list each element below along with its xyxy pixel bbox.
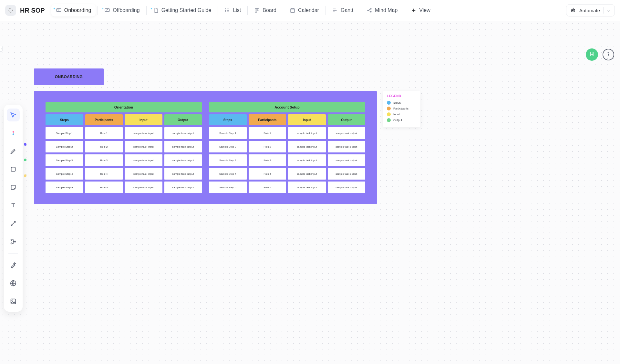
automate-button[interactable]: Automate xyxy=(566,4,615,16)
cell[interactable]: Sample Step 3 xyxy=(46,154,83,166)
svg-rect-28 xyxy=(11,167,16,172)
cell[interactable]: Role 4 xyxy=(85,168,123,180)
section-account-setup: Account Setup Steps Participants Input O… xyxy=(209,102,365,194)
tool-flowchart[interactable] xyxy=(7,235,20,248)
cell[interactable]: Sample Step 2 xyxy=(209,141,247,152)
col-header-participants[interactable]: Participants xyxy=(249,114,286,125)
cell[interactable]: sample task output xyxy=(164,182,202,193)
cell[interactable]: Role 1 xyxy=(249,127,286,139)
tool-pen[interactable] xyxy=(7,145,20,158)
col-header-participants[interactable]: Participants xyxy=(85,114,123,125)
section-title[interactable]: Account Setup xyxy=(209,102,365,112)
section-title[interactable]: Orientation xyxy=(46,102,202,112)
board-title-badge[interactable]: ONBOARDING xyxy=(34,68,104,85)
separator xyxy=(404,6,404,15)
list-icon xyxy=(224,7,230,13)
cell[interactable]: sample task input xyxy=(288,127,326,139)
add-view-label: View xyxy=(419,7,430,13)
svg-rect-35 xyxy=(11,299,16,304)
legend-item-output: Output xyxy=(387,117,417,123)
board-icon xyxy=(254,7,260,13)
cell[interactable]: Role 5 xyxy=(85,182,123,193)
tool-text[interactable] xyxy=(7,199,20,212)
tab-calendar[interactable]: Calendar xyxy=(285,4,324,16)
onboarding-board[interactable]: Orientation Steps Participants Input Out… xyxy=(34,91,377,204)
cell[interactable]: Role 5 xyxy=(249,182,286,193)
tab-offboarding[interactable]: Offboarding xyxy=(100,4,144,16)
cell[interactable]: sample task input xyxy=(125,141,162,152)
cell[interactable]: Sample Step 1 xyxy=(209,127,247,139)
tab-label: Board xyxy=(263,7,276,13)
cell[interactable]: Role 4 xyxy=(249,168,286,180)
cell[interactable]: Role 3 xyxy=(249,154,286,166)
tool-ai[interactable] xyxy=(7,127,20,140)
tab-label: List xyxy=(233,7,241,13)
tab-label: Mind Map xyxy=(375,7,398,13)
col-header-input[interactable]: Input xyxy=(125,114,162,125)
add-view-button[interactable]: View xyxy=(406,4,435,16)
tool-select[interactable] xyxy=(7,109,20,121)
col-header-output[interactable]: Output xyxy=(328,114,366,125)
legend-dot xyxy=(387,112,391,116)
tab-board[interactable]: Board xyxy=(250,4,281,16)
tool-connector[interactable] xyxy=(7,217,20,230)
cell[interactable]: sample task output xyxy=(328,154,366,166)
svg-point-3 xyxy=(225,9,226,9)
legend-item-participants: Participants xyxy=(387,106,417,111)
cell[interactable]: sample task input xyxy=(288,182,326,193)
cell[interactable]: sample task output xyxy=(328,182,366,193)
cell[interactable]: Role 2 xyxy=(249,141,286,152)
cell[interactable]: sample task input xyxy=(288,168,326,180)
col-header-input[interactable]: Input xyxy=(288,114,326,125)
tab-mind-map[interactable]: Mind Map xyxy=(362,4,402,16)
cell[interactable]: Sample Step 4 xyxy=(46,168,83,180)
whiteboard-canvas[interactable]: ‹ H i ONBOARDING Orientation Steps Parti… xyxy=(0,21,620,364)
legend-item-steps: Steps xyxy=(387,100,417,106)
tab-onboarding[interactable]: Onboarding xyxy=(51,4,96,16)
cell[interactable]: sample task output xyxy=(328,168,366,180)
info-button[interactable]: i xyxy=(603,49,614,60)
cell[interactable]: sample task input xyxy=(288,154,326,166)
cell[interactable]: sample task output xyxy=(164,127,202,139)
tab-label: Offboarding xyxy=(113,7,140,13)
cell[interactable]: Sample Step 5 xyxy=(209,182,247,193)
tab-list[interactable]: List xyxy=(220,4,245,16)
col-header-steps[interactable]: Steps xyxy=(209,114,247,125)
tool-web[interactable] xyxy=(7,277,20,290)
tool-sticky-note[interactable] xyxy=(7,181,20,194)
cell[interactable]: Sample Step 1 xyxy=(46,127,83,139)
separator xyxy=(8,253,18,254)
chevron-down-icon[interactable] xyxy=(607,8,611,12)
cell[interactable]: sample task output xyxy=(164,168,202,180)
tab-gantt[interactable]: Gantt xyxy=(328,4,358,16)
cell[interactable]: Sample Step 2 xyxy=(46,141,83,152)
cell[interactable]: sample task output xyxy=(164,141,202,152)
cell[interactable]: Role 3 xyxy=(85,154,123,166)
cell[interactable]: Role 2 xyxy=(85,141,123,152)
table-row: Sample Step 3 Role 3 sample task input s… xyxy=(46,154,202,166)
legend-panel[interactable]: LEGEND Steps Participants Input Output xyxy=(383,91,420,127)
cell[interactable]: Sample Step 4 xyxy=(209,168,247,180)
cell[interactable]: sample task output xyxy=(328,127,366,139)
cell[interactable]: sample task input xyxy=(125,182,162,193)
separator xyxy=(360,6,360,15)
top-bar: HR SOP Onboarding Offboarding Getting St… xyxy=(0,0,620,21)
cell[interactable]: sample task input xyxy=(288,141,326,152)
edge-collapse-handle[interactable]: ‹ xyxy=(0,46,3,52)
cell[interactable]: Sample Step 3 xyxy=(209,154,247,166)
cell[interactable]: sample task output xyxy=(164,154,202,166)
user-avatar[interactable]: H xyxy=(586,48,598,61)
cell[interactable]: Sample Step 5 xyxy=(46,182,83,193)
cell[interactable]: sample task input xyxy=(125,168,162,180)
col-header-output[interactable]: Output xyxy=(164,114,202,125)
tool-image[interactable] xyxy=(7,295,20,308)
col-header-steps[interactable]: Steps xyxy=(46,114,83,125)
tool-effects[interactable] xyxy=(7,259,20,272)
tool-shape[interactable] xyxy=(7,163,20,176)
cell[interactable]: sample task output xyxy=(328,141,366,152)
cell[interactable]: sample task input xyxy=(125,127,162,139)
cell[interactable]: sample task input xyxy=(125,154,162,166)
tab-getting-started[interactable]: Getting Started Guide xyxy=(149,4,216,16)
cell[interactable]: Role 1 xyxy=(85,127,123,139)
svg-point-19 xyxy=(370,8,371,9)
